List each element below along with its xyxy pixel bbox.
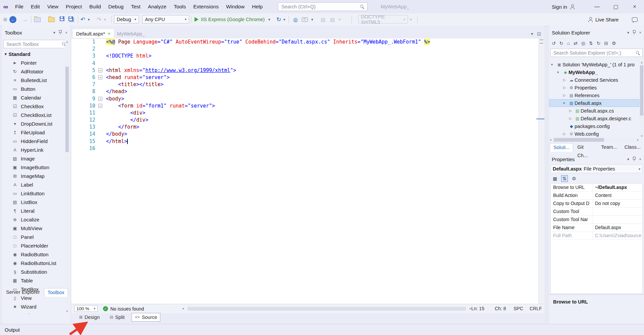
solution-explorer-search[interactable]: [550, 49, 643, 57]
collapse-icon[interactable]: ▾: [557, 70, 562, 74]
tree-item-default-aspx-cs[interactable]: ▷▤Default.aspx.cs: [549, 107, 639, 115]
toolbox-item-calendar[interactable]: ▦Calendar: [2, 93, 65, 102]
property-value[interactable]: Default.aspx: [593, 224, 642, 231]
toolbox-item-localize[interactable]: ⊕Localize: [2, 215, 65, 224]
toolbox-item-dropdownlist[interactable]: ▾DropDownList: [2, 119, 65, 128]
expand-icon[interactable]: ▷: [569, 117, 574, 120]
chevron-down-icon[interactable]: ▾: [627, 30, 629, 35]
code-text[interactable]: </div>: [106, 117, 148, 124]
solution-platform-dropdown[interactable]: Any CPU▾: [142, 15, 189, 23]
menu-edit[interactable]: Edit: [27, 0, 44, 13]
fold-collapse-icon[interactable]: −: [98, 104, 102, 108]
document-options-icon[interactable]: ⊡: [537, 31, 541, 37]
properties-object-dropdown[interactable]: Default.aspx File Properties ▾: [550, 164, 643, 173]
code-line[interactable]: 4: [71, 60, 539, 67]
doc-tab-mywebapp[interactable]: MyWebApp_: [114, 29, 148, 39]
switch-views-icon[interactable]: ⇄: [574, 41, 578, 46]
toolbox-item-hyperlink[interactable]: AHyperLink: [2, 145, 65, 154]
toolbox-group-standard[interactable]: ▾ Standard: [2, 50, 31, 58]
redo-icon[interactable]: ↷: [97, 13, 101, 26]
live-share-button[interactable]: Live Share: [588, 13, 619, 26]
close-button[interactable]: ×: [625, 0, 644, 13]
menu-view[interactable]: View: [44, 0, 62, 13]
solution-search-input[interactable]: [553, 50, 636, 56]
menu-project[interactable]: Project: [62, 0, 86, 13]
code-text[interactable]: <div>: [106, 110, 145, 117]
expand-icon[interactable]: ▷: [563, 86, 568, 89]
menu-analyze[interactable]: Analyze: [144, 0, 170, 13]
view-tab-design[interactable]: ⊞Design: [76, 313, 103, 322]
send-feedback-icon[interactable]: [632, 17, 638, 23]
toolbox-item-multiview[interactable]: ▣MultiView: [2, 224, 65, 232]
toolbox-item-panel[interactable]: □Panel: [2, 232, 65, 241]
toolbox-item-imagebutton[interactable]: ▣ImageButton: [2, 163, 65, 172]
toolbar-extra-icon[interactable]: ⊞: [3, 13, 7, 26]
new-project-icon[interactable]: [34, 16, 41, 23]
code-line[interactable]: 7 <title></title>: [71, 81, 539, 88]
editor-horizontal-scrollbar[interactable]: ◂ ▸: [182, 307, 471, 311]
solution-explorer-horizontal-scrollbar[interactable]: ◂ ▸: [549, 138, 639, 142]
toolbox-item-table[interactable]: ▦Table: [2, 276, 65, 285]
toolbox-item-bulletedlist[interactable]: ≡BulletedList: [2, 76, 65, 84]
browser-link-icon[interactable]: ◎: [293, 13, 298, 26]
panel-tab-git-ch[interactable]: Git Ch...: [574, 143, 597, 151]
property-value[interactable]: Content: [593, 192, 642, 199]
toolbox-item-adrotator[interactable]: ↻AdRotator: [2, 67, 65, 76]
toolbox-search[interactable]: [3, 40, 69, 48]
code-line[interactable]: 16: [71, 145, 539, 152]
collapse-icon[interactable]: ▾: [551, 63, 556, 66]
expand-icon[interactable]: ▷: [563, 132, 568, 136]
expand-icon[interactable]: ▷: [569, 109, 574, 113]
panel-tab-soluti[interactable]: Soluti...: [550, 143, 573, 152]
toolbox-item-linkbutton[interactable]: ▭LinkButton: [2, 189, 65, 198]
search-input[interactable]: [281, 4, 360, 10]
code-text[interactable]: <form id="form1" runat="server">: [106, 103, 215, 110]
undo-icon[interactable]: ↶: [80, 13, 85, 26]
toolbox-item-xml[interactable]: XXml: [2, 311, 65, 314]
code-line[interactable]: 2: [71, 46, 539, 53]
toolbox-scrollbar[interactable]: ▴ ▾: [65, 40, 69, 313]
navigate-back-icon[interactable]: ←: [9, 16, 16, 23]
tree-item-packages-config[interactable]: ◆packages.config: [549, 122, 639, 130]
back-icon[interactable]: ↺: [552, 41, 556, 46]
code-line[interactable]: 13 </form>: [71, 124, 539, 131]
menu-window[interactable]: Window: [222, 0, 248, 13]
menu-file[interactable]: File: [11, 0, 27, 13]
property-value[interactable]: [593, 208, 642, 215]
editor-vertical-scrollbar[interactable]: [538, 39, 544, 304]
code-line[interactable]: 1<%@ Page Language="C#" AutoEventWireup=…: [71, 39, 539, 46]
code-editor[interactable]: 1<%@ Page Language="C#" AutoEventWireup=…: [71, 39, 539, 304]
property-value[interactable]: [593, 216, 642, 223]
undo-dropdown-icon[interactable]: ▾: [88, 13, 90, 26]
property-row-full-path[interactable]: Full PathC:\Users\Zviad\source: [551, 232, 642, 240]
split-grip-icon[interactable]: [540, 40, 543, 44]
toolbox-item-wizard[interactable]: ★Wizard: [2, 302, 65, 311]
run-dropdown-icon[interactable]: ▾: [268, 13, 270, 26]
doc-format-icon[interactable]: ▤: [330, 13, 335, 26]
output-panel-bar[interactable]: Output: [0, 324, 644, 335]
menu-debug[interactable]: Debug: [105, 0, 127, 13]
close-icon[interactable]: ×: [65, 30, 67, 35]
doc-outline-icon[interactable]: ▤: [321, 13, 325, 26]
pin-icon[interactable]: [632, 157, 636, 161]
property-value[interactable]: C:\Users\Zviad\source: [593, 232, 642, 240]
toolbox-item-pointer[interactable]: ►Pointer: [2, 58, 65, 67]
zoom-dropdown[interactable]: 100 %▾: [74, 305, 98, 312]
toolbox-item-imagemap[interactable]: ⊞ImageMap: [2, 172, 65, 180]
close-tab-icon[interactable]: ×: [108, 29, 110, 39]
tree-item-default-aspx[interactable]: ▾▤Default.aspx: [549, 99, 639, 107]
code-text[interactable]: </html>: [106, 138, 128, 145]
sync-with-active-document-icon[interactable]: ⇅: [589, 41, 593, 46]
screenshot-icon[interactable]: [302, 16, 308, 23]
home-icon[interactable]: ⌂: [567, 41, 570, 46]
doc-tab-default-aspx[interactable]: Default.aspx*×: [73, 29, 114, 39]
toolbox-item-image[interactable]: ▨Image: [2, 154, 65, 163]
property-row-custom-tool[interactable]: Custom Tool: [551, 208, 642, 216]
scrollbar-thumb[interactable]: [187, 307, 466, 311]
code-text[interactable]: <%@ Page Language="C#" AutoEventWireup="…: [106, 39, 430, 46]
properties-icon[interactable]: ⚙: [612, 41, 616, 46]
doc-format-dropdown-icon[interactable]: ▾: [339, 13, 341, 26]
toolbox-item-radiobuttonlist[interactable]: ◉RadioButtonList: [2, 259, 65, 267]
tree-item-connected-services[interactable]: ▷☁Connected Services: [549, 76, 639, 84]
toolbox-item-listbox[interactable]: ▤ListBox: [2, 198, 65, 206]
